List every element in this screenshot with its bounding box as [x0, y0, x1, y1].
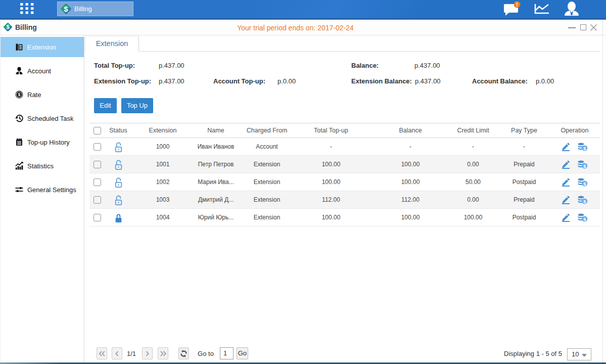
svg-text:!: ! [516, 2, 518, 8]
svg-text:$: $ [583, 145, 586, 151]
svg-text:$: $ [583, 198, 586, 204]
svg-text:$: $ [18, 92, 20, 97]
svg-text:$: $ [583, 180, 586, 186]
svg-text:$: $ [64, 5, 68, 13]
svg-text:$: $ [583, 163, 586, 168]
svg-text:$: $ [583, 216, 586, 221]
